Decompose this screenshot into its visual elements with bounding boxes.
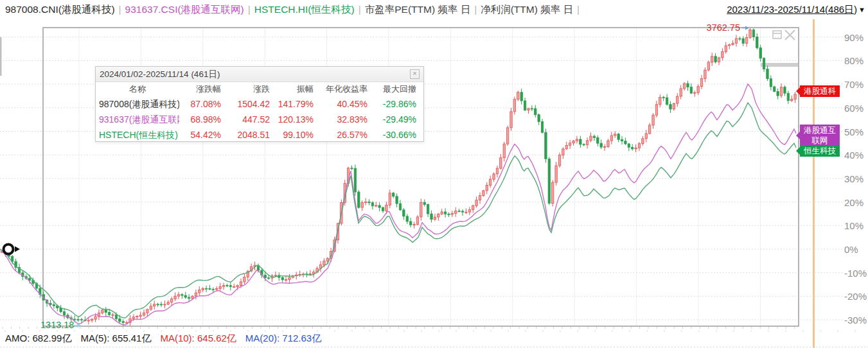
candle-body xyxy=(714,57,716,62)
candle-body xyxy=(677,96,678,103)
candle-body xyxy=(458,211,460,212)
volume-stat-1: MA(5): 655.41亿 xyxy=(80,333,151,345)
candle-body xyxy=(479,196,481,200)
dropdown-arrow-icon[interactable]: ▼ xyxy=(858,6,865,13)
row-name: 931637(港股通互联网) xyxy=(96,112,179,127)
candle-body xyxy=(745,37,747,43)
series-start-arrow-icon xyxy=(15,247,20,252)
candle-body xyxy=(707,62,709,70)
candle-body xyxy=(506,128,508,144)
row-value: 99.10% xyxy=(276,127,319,143)
row-value: 40.45% xyxy=(319,96,373,112)
candle-body xyxy=(725,46,727,51)
candle-body xyxy=(659,97,661,104)
series-start-marker[interactable] xyxy=(4,245,13,254)
candle-body xyxy=(583,144,585,145)
row-value: -29.86% xyxy=(373,96,422,112)
candle-body xyxy=(423,202,425,204)
candle-body xyxy=(597,137,599,143)
separator: | xyxy=(119,4,121,15)
axis-tick-label: 20% xyxy=(844,197,868,208)
series-toggle-3[interactable]: 市盈率PE(TTM) 频率 日 xyxy=(365,3,470,17)
candle-body xyxy=(697,87,699,93)
axis-tick-label: -20% xyxy=(844,291,868,302)
price-chart-canvas[interactable]: 3762.751313.18 xyxy=(0,0,868,348)
candle-body xyxy=(517,92,519,100)
candle-body xyxy=(240,282,242,286)
candle-body xyxy=(229,286,231,287)
candle-body xyxy=(382,207,384,211)
candle-body xyxy=(167,302,169,304)
candle-body xyxy=(756,37,758,48)
candle-body xyxy=(580,139,581,144)
candle-body xyxy=(351,168,353,169)
candle-body xyxy=(136,317,138,317)
tooltip-col-header: 年化收益率 xyxy=(319,82,373,96)
candle-body xyxy=(513,100,515,112)
candle-body xyxy=(399,204,401,210)
date-range-selector[interactable]: 2023/11/23-2025/11/14(486日) ▼ xyxy=(727,0,865,19)
candle-body xyxy=(722,51,723,58)
top-toolbar: 987008.CNI(港股通科技)|931637.CSI(港股通互联网)|HST… xyxy=(0,0,868,19)
series-toggle-0[interactable]: 987008.CNI(港股通科技) xyxy=(5,3,115,17)
row-value: -29.49% xyxy=(373,112,422,127)
candle-body xyxy=(102,310,103,313)
row-value: -30.66% xyxy=(373,127,422,143)
candle-body xyxy=(139,315,141,317)
crosshair-vertical-line[interactable] xyxy=(813,19,815,348)
volume-status-bar: AMO: 682.99亿MA(5): 655.41亿MA(10): 645.62… xyxy=(0,329,868,348)
candle-body xyxy=(683,83,685,89)
candle-body xyxy=(503,144,505,158)
candle-body xyxy=(763,58,765,69)
candle-body xyxy=(150,306,152,309)
candle-body xyxy=(777,91,779,96)
candle-body xyxy=(576,139,578,141)
tooltip-header[interactable]: 2024/01/02-2025/11/14 (461日) × xyxy=(96,67,423,82)
candle-body xyxy=(774,87,775,91)
series-toggle-2[interactable]: HSTECH.HI(恒生科技) xyxy=(254,3,355,17)
row-value: 54.42% xyxy=(179,127,227,143)
series-toggle-1[interactable]: 931637.CSI(港股通互联网) xyxy=(125,3,244,17)
candle-body xyxy=(610,135,612,141)
candle-body xyxy=(309,274,311,275)
candle-body xyxy=(749,30,751,37)
candle-body xyxy=(274,275,276,276)
candle-body xyxy=(742,39,744,43)
candle-body xyxy=(285,279,287,280)
candle-body xyxy=(448,214,450,214)
candle-body xyxy=(642,139,644,144)
comparison-tooltip[interactable]: 2024/01/02-2025/11/14 (461日) × 名称涨跌幅涨跌振幅… xyxy=(95,66,424,142)
candle-body xyxy=(648,125,650,134)
candle-body xyxy=(63,311,65,315)
candle-body xyxy=(420,202,422,217)
tooltip-title: 2024/01/02-2025/11/14 (461日) xyxy=(100,69,410,80)
candle-body xyxy=(565,145,567,149)
candle-body xyxy=(468,210,470,213)
candle-body xyxy=(451,213,453,214)
candle-body xyxy=(770,79,772,87)
candle-body xyxy=(461,211,463,212)
candle-body xyxy=(202,288,204,290)
left-edge-scrollbar[interactable] xyxy=(0,37,2,76)
candle-body xyxy=(181,295,183,295)
candle-body xyxy=(378,205,380,207)
candle-body xyxy=(711,57,713,62)
restore-window-icon[interactable] xyxy=(773,31,781,39)
candle-body xyxy=(784,87,786,94)
candle-body xyxy=(486,186,488,191)
axis-tick-label: 80% xyxy=(844,55,868,66)
candle-body xyxy=(108,312,110,315)
axis-tick-label: 90% xyxy=(844,32,868,43)
candle-body xyxy=(361,203,363,208)
candle-body xyxy=(593,136,595,137)
candle-body xyxy=(700,78,702,86)
tooltip-close-icon[interactable]: × xyxy=(410,69,420,79)
pane-resize-bar[interactable] xyxy=(761,63,798,67)
candle-body xyxy=(160,304,162,305)
volume-stat-2: MA(10): 645.62亿 xyxy=(160,333,236,345)
candle-body xyxy=(80,320,82,320)
candle-body xyxy=(680,89,682,96)
candle-body xyxy=(586,141,588,145)
candle-body xyxy=(87,320,89,321)
series-toggle-4[interactable]: 净利润(TTM) 频率 日 xyxy=(481,3,573,17)
